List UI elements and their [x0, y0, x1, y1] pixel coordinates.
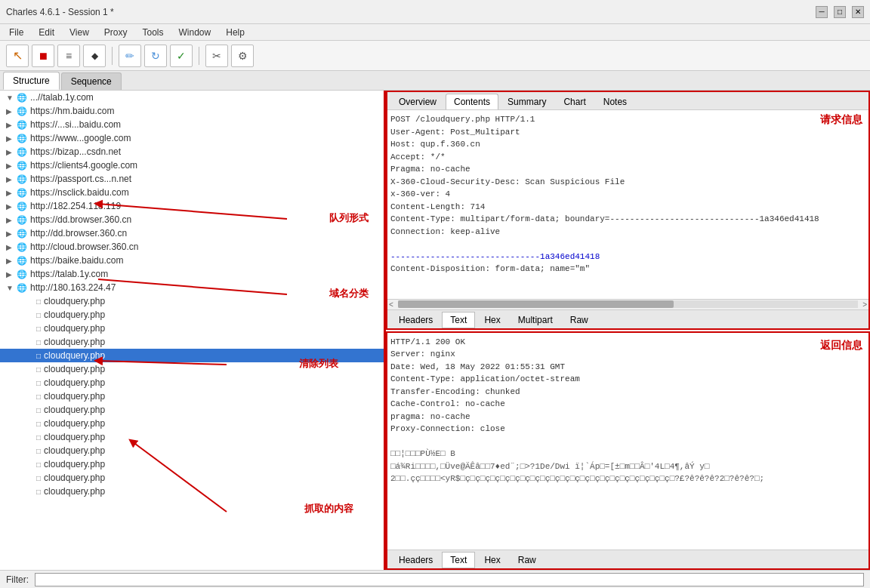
subtab-raw[interactable]: Raw: [562, 312, 597, 328]
tab-notes[interactable]: Notes: [595, 94, 635, 109]
tree-item-baike[interactable]: ▶ 🌐 https://baike.baidu.com: [0, 254, 384, 267]
resp-line-4: Content-Type: application/octet-stream: [390, 373, 865, 386]
expand-icon: ▶: [6, 243, 14, 251]
tree-container[interactable]: ▼ 🌐 ...//talab.1y.com ▶ 🌐 https://hm.bai…: [0, 91, 384, 570]
globe-icon: 🌐: [17, 269, 27, 279]
subtab-headers[interactable]: Headers: [390, 312, 441, 328]
tree-item-dd-https[interactable]: ▶ 🌐 https://dd.browser.360.cn: [0, 213, 384, 226]
tree-item-file-12[interactable]: □ cloudquery.php: [0, 444, 384, 457]
tree-item-180[interactable]: ▼ 🌐 http://180.163.224.47: [0, 281, 384, 294]
tree-item-hm-baidu[interactable]: ▶ 🌐 https://hm.baidu.com: [0, 104, 384, 118]
tree-item-file-6[interactable]: □ cloudquery.php: [0, 362, 384, 376]
tab-contents[interactable]: Contents: [446, 94, 498, 109]
globe-icon: 🌐: [17, 242, 27, 252]
tree-item-clients4[interactable]: ▶ 🌐 https://clients4.google.com: [0, 159, 384, 172]
tree-item-182[interactable]: ▶ 🌐 http://182.254.118.119: [0, 199, 384, 213]
menu-proxy[interactable]: Proxy: [98, 26, 134, 39]
tree-item-file-10[interactable]: □ cloudquery.php: [0, 417, 384, 430]
menu-tools[interactable]: Tools: [137, 26, 170, 39]
tools-button[interactable]: ✂: [205, 45, 228, 67]
tab-summary[interactable]: Summary: [499, 94, 554, 109]
scroll-left-btn[interactable]: <: [387, 300, 395, 309]
tree-item-file-5[interactable]: □ cloudquery.php: [0, 349, 384, 362]
tree-item-talab[interactable]: ▶ 🌐 https://talab.1y.com: [0, 267, 384, 281]
tree-label: https://baike.baidu.com: [30, 255, 123, 266]
tree-item-file-9[interactable]: □ cloudquery.php: [0, 403, 384, 417]
tree-item-bizap-csdn[interactable]: ▶ 🌐 https://bizap...csdn.net: [0, 145, 384, 159]
resp-line-2: Server: nginx: [390, 348, 865, 361]
tree-label: cloudquery.php: [44, 432, 105, 442]
req-line-boundary: ------------------------------1a346ed414…: [390, 251, 865, 263]
tree-item-file-8[interactable]: □ cloudquery.php: [0, 389, 384, 403]
throttle-button[interactable]: ≡: [57, 45, 80, 67]
menu-file[interactable]: File: [3, 26, 29, 39]
tab-structure[interactable]: Structure: [3, 72, 60, 90]
settings-button[interactable]: ⚙: [231, 45, 254, 67]
view-tabs: Structure Sequence: [0, 71, 870, 91]
req-line-10: Connection: keep-alive: [390, 226, 865, 239]
resp-subtab-headers[interactable]: Headers: [390, 552, 441, 568]
scroll-right-btn[interactable]: >: [861, 300, 868, 309]
h-scroll-request[interactable]: < >: [387, 299, 868, 309]
tree-item-si-baidu[interactable]: ▶ 🌐 https://...si...baidu.com: [0, 118, 384, 131]
pointer-tool-button[interactable]: ↖: [6, 45, 29, 67]
tree-label: http://cloud.browser.360.cn: [30, 242, 138, 252]
tree-label: https://www...google.com: [30, 133, 131, 143]
globe-icon: 🌐: [17, 202, 27, 211]
menu-window[interactable]: Window: [173, 26, 218, 39]
main-layout: ▼ 🌐 ...//talab.1y.com ▶ 🌐 https://hm.bai…: [0, 91, 870, 570]
tree-label: cloudquery.php: [44, 486, 105, 497]
resp-line-5: Transfer-Encoding: chunked: [390, 386, 865, 399]
tree-item-file-13[interactable]: □ cloudquery.php: [0, 457, 384, 471]
globe-icon: 🌐: [17, 106, 27, 116]
subtab-hex[interactable]: Hex: [476, 312, 508, 328]
resp-line-8: Proxy-Connection: close: [390, 423, 865, 436]
tree-item-file-7[interactable]: □ cloudquery.php: [0, 376, 384, 389]
tree-label: https://...si...baidu.com: [30, 119, 121, 130]
tree-item-file-4[interactable]: □ cloudquery.php: [0, 335, 384, 349]
compose-icon: ✏: [125, 50, 134, 62]
subtab-text[interactable]: Text: [442, 312, 475, 328]
expand-icon: ▼: [6, 94, 14, 102]
tab-chart[interactable]: Chart: [555, 94, 594, 109]
tree-label: cloudquery.php: [44, 309, 105, 320]
menu-help[interactable]: Help: [220, 26, 251, 39]
tree-item-passport-csdn[interactable]: ▶ 🌐 https://passport.cs...n.net: [0, 172, 384, 186]
tab-sequence[interactable]: Sequence: [61, 72, 122, 90]
file-icon: □: [36, 447, 41, 455]
tree-item-file-15[interactable]: □ cloudquery.php: [0, 485, 384, 498]
file-icon: □: [36, 352, 41, 360]
tree-item-file-2[interactable]: □ cloudquery.php: [0, 308, 384, 322]
tree-item-cloud[interactable]: ▶ 🌐 http://cloud.browser.360.cn: [0, 240, 384, 254]
tree-item-nsclick[interactable]: ▶ 🌐 https://nsclick.baidu.com: [0, 186, 384, 199]
minimize-button[interactable]: ─: [816, 6, 828, 18]
menu-edit[interactable]: Edit: [32, 26, 60, 39]
refresh-button[interactable]: ↻: [144, 45, 167, 67]
resp-subtab-hex[interactable]: Hex: [476, 552, 508, 568]
maximize-button[interactable]: □: [834, 6, 846, 18]
compose-button[interactable]: ✏: [119, 45, 141, 67]
resp-subtab-text[interactable]: Text: [442, 552, 475, 568]
filter-input[interactable]: [35, 573, 864, 586]
resp-subtab-raw[interactable]: Raw: [510, 552, 545, 568]
tree-item-talab-root[interactable]: ▼ 🌐 ...//talab.1y.com: [0, 91, 384, 104]
menu-view[interactable]: View: [63, 26, 95, 39]
h-scroll-track-request[interactable]: [398, 300, 858, 308]
resp-binary-1: □□¦□□□PÙ½E□ B: [390, 448, 865, 460]
filter-button[interactable]: ◆: [83, 45, 106, 67]
tree-label: https://hm.baidu.com: [30, 106, 114, 116]
subtab-multipart[interactable]: Multipart: [510, 312, 561, 328]
tree-item-file-1[interactable]: □ cloudquery.php: [0, 294, 384, 308]
tab-overview[interactable]: Overview: [390, 94, 445, 109]
record-stop-button[interactable]: ⏹: [32, 45, 54, 67]
request-label: 请求信息: [820, 113, 862, 127]
tree-item-www-google[interactable]: ▶ 🌐 https://www...google.com: [0, 131, 384, 145]
expand-icon: ▶: [6, 257, 14, 265]
enable-button[interactable]: ✓: [170, 45, 193, 67]
close-button[interactable]: ✕: [852, 6, 864, 18]
tree-item-file-11[interactable]: □ cloudquery.php: [0, 430, 384, 444]
tree-item-file-3[interactable]: □ cloudquery.php: [0, 322, 384, 335]
tree-item-dd-http[interactable]: ▶ 🌐 http://dd.browser.360.cn: [0, 226, 384, 240]
tree-item-file-14[interactable]: □ cloudquery.php: [0, 471, 384, 485]
tree-label: cloudquery.php: [44, 473, 105, 483]
